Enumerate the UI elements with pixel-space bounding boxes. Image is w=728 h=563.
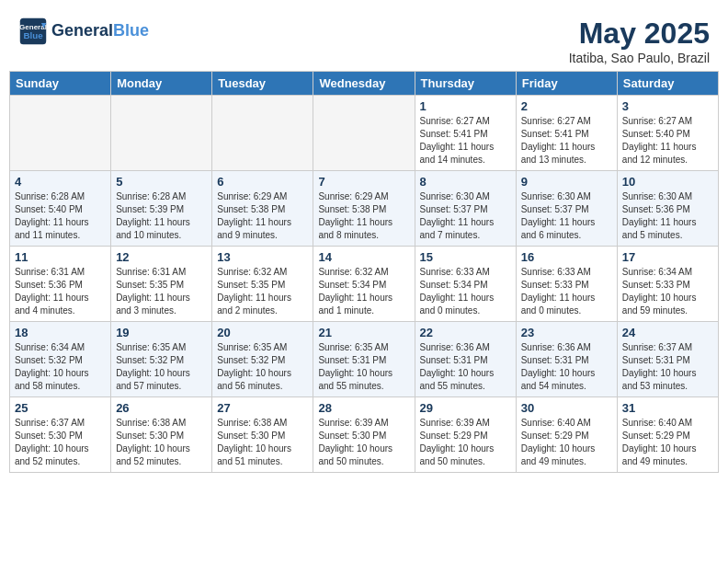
day-info: Sunrise: 6:28 AM Sunset: 5:40 PM Dayligh… (15, 190, 106, 242)
day-info: Sunrise: 6:37 AM Sunset: 5:30 PM Dayligh… (15, 417, 106, 468)
day-number: 18 (15, 326, 106, 339)
calendar-day-22: 22Sunrise: 6:36 AM Sunset: 5:31 PM Dayli… (415, 322, 516, 397)
day-info: Sunrise: 6:38 AM Sunset: 5:30 PM Dayligh… (116, 417, 207, 468)
calendar-day-20: 20Sunrise: 6:35 AM Sunset: 5:32 PM Dayli… (212, 322, 313, 397)
day-header-wednesday: Wednesday (313, 72, 415, 96)
day-number: 29 (420, 401, 511, 415)
day-header-monday: Monday (111, 72, 212, 96)
day-info: Sunrise: 6:31 AM Sunset: 5:36 PM Dayligh… (15, 266, 106, 317)
day-number: 23 (521, 326, 612, 339)
calendar-day-4: 4Sunrise: 6:28 AM Sunset: 5:40 PM Daylig… (10, 171, 111, 247)
day-info: Sunrise: 6:38 AM Sunset: 5:30 PM Dayligh… (217, 417, 308, 468)
empty-cell (10, 96, 111, 171)
day-info: Sunrise: 6:27 AM Sunset: 5:40 PM Dayligh… (622, 115, 713, 167)
day-header-saturday: Saturday (617, 72, 718, 96)
day-number: 24 (622, 326, 713, 339)
day-header-thursday: Thursday (415, 72, 516, 96)
calendar-day-7: 7Sunrise: 6:29 AM Sunset: 5:38 PM Daylig… (313, 171, 415, 247)
day-info: Sunrise: 6:31 AM Sunset: 5:35 PM Dayligh… (116, 266, 207, 317)
day-info: Sunrise: 6:27 AM Sunset: 5:41 PM Dayligh… (521, 115, 612, 167)
calendar-day-19: 19Sunrise: 6:35 AM Sunset: 5:32 PM Dayli… (111, 322, 212, 397)
day-number: 30 (521, 401, 612, 415)
logo-icon: General Blue (18, 17, 48, 46)
day-number: 13 (217, 250, 308, 264)
day-info: Sunrise: 6:35 AM Sunset: 5:31 PM Dayligh… (318, 341, 409, 393)
calendar-day-11: 11Sunrise: 6:31 AM Sunset: 5:36 PM Dayli… (10, 247, 111, 322)
svg-text:Blue: Blue (23, 30, 43, 40)
page-header: General Blue GeneralBlue May 2025 Itatib… (9, 9, 719, 71)
day-info: Sunrise: 6:37 AM Sunset: 5:31 PM Dayligh… (622, 341, 713, 393)
day-info: Sunrise: 6:35 AM Sunset: 5:32 PM Dayligh… (217, 341, 308, 393)
day-info: Sunrise: 6:29 AM Sunset: 5:38 PM Dayligh… (318, 190, 409, 242)
calendar-day-16: 16Sunrise: 6:33 AM Sunset: 5:33 PM Dayli… (516, 247, 617, 322)
day-info: Sunrise: 6:28 AM Sunset: 5:39 PM Dayligh… (116, 190, 207, 242)
empty-cell (212, 96, 313, 171)
calendar-day-12: 12Sunrise: 6:31 AM Sunset: 5:35 PM Dayli… (111, 247, 212, 322)
day-header-friday: Friday (516, 72, 617, 96)
day-number: 7 (318, 175, 409, 189)
day-number: 2 (521, 99, 612, 113)
day-number: 11 (15, 250, 106, 264)
day-number: 21 (318, 326, 409, 339)
logo: General Blue GeneralBlue (18, 17, 149, 46)
calendar-week-row: 11Sunrise: 6:31 AM Sunset: 5:36 PM Dayli… (10, 247, 719, 322)
day-number: 16 (521, 250, 612, 264)
day-number: 14 (318, 250, 409, 264)
day-info: Sunrise: 6:36 AM Sunset: 5:31 PM Dayligh… (420, 341, 511, 393)
calendar-day-31: 31Sunrise: 6:40 AM Sunset: 5:29 PM Dayli… (617, 397, 718, 473)
day-number: 6 (217, 175, 308, 189)
day-number: 8 (420, 175, 511, 189)
calendar-day-2: 2Sunrise: 6:27 AM Sunset: 5:41 PM Daylig… (516, 96, 617, 171)
calendar-day-29: 29Sunrise: 6:39 AM Sunset: 5:29 PM Dayli… (415, 397, 516, 473)
day-info: Sunrise: 6:32 AM Sunset: 5:34 PM Dayligh… (318, 266, 409, 317)
day-number: 31 (622, 401, 713, 415)
day-info: Sunrise: 6:32 AM Sunset: 5:35 PM Dayligh… (217, 266, 308, 317)
calendar-day-26: 26Sunrise: 6:38 AM Sunset: 5:30 PM Dayli… (111, 397, 212, 473)
day-number: 15 (420, 250, 511, 264)
calendar-day-1: 1Sunrise: 6:27 AM Sunset: 5:41 PM Daylig… (415, 96, 516, 171)
day-number: 4 (15, 175, 106, 189)
calendar-day-8: 8Sunrise: 6:30 AM Sunset: 5:37 PM Daylig… (415, 171, 516, 247)
calendar-day-3: 3Sunrise: 6:27 AM Sunset: 5:40 PM Daylig… (617, 96, 718, 171)
calendar-week-row: 25Sunrise: 6:37 AM Sunset: 5:30 PM Dayli… (10, 397, 719, 473)
day-number: 3 (622, 99, 713, 113)
calendar-day-13: 13Sunrise: 6:32 AM Sunset: 5:35 PM Dayli… (212, 247, 313, 322)
day-number: 17 (622, 250, 713, 264)
logo-text: GeneralBlue (51, 22, 149, 40)
calendar-header-row: SundayMondayTuesdayWednesdayThursdayFrid… (10, 72, 719, 96)
calendar-day-23: 23Sunrise: 6:36 AM Sunset: 5:31 PM Dayli… (516, 322, 617, 397)
calendar-day-27: 27Sunrise: 6:38 AM Sunset: 5:30 PM Dayli… (212, 397, 313, 473)
day-number: 22 (420, 326, 511, 339)
title-section: May 2025 Itatiba, Sao Paulo, Brazil (569, 17, 710, 65)
calendar-day-15: 15Sunrise: 6:33 AM Sunset: 5:34 PM Dayli… (415, 247, 516, 322)
day-info: Sunrise: 6:30 AM Sunset: 5:37 PM Dayligh… (420, 190, 511, 242)
day-info: Sunrise: 6:30 AM Sunset: 5:37 PM Dayligh… (521, 190, 612, 242)
day-number: 20 (217, 326, 308, 339)
day-info: Sunrise: 6:35 AM Sunset: 5:32 PM Dayligh… (116, 341, 207, 393)
day-info: Sunrise: 6:33 AM Sunset: 5:34 PM Dayligh… (420, 266, 511, 317)
calendar-week-row: 1Sunrise: 6:27 AM Sunset: 5:41 PM Daylig… (10, 96, 719, 171)
calendar-subtitle: Itatiba, Sao Paulo, Brazil (569, 51, 710, 65)
empty-cell (111, 96, 212, 171)
calendar-day-5: 5Sunrise: 6:28 AM Sunset: 5:39 PM Daylig… (111, 171, 212, 247)
day-info: Sunrise: 6:34 AM Sunset: 5:32 PM Dayligh… (15, 341, 106, 393)
day-info: Sunrise: 6:40 AM Sunset: 5:29 PM Dayligh… (622, 417, 713, 468)
calendar-day-25: 25Sunrise: 6:37 AM Sunset: 5:30 PM Dayli… (10, 397, 111, 473)
calendar-day-17: 17Sunrise: 6:34 AM Sunset: 5:33 PM Dayli… (617, 247, 718, 322)
day-info: Sunrise: 6:40 AM Sunset: 5:29 PM Dayligh… (521, 417, 612, 468)
day-info: Sunrise: 6:27 AM Sunset: 5:41 PM Dayligh… (420, 115, 511, 167)
calendar-week-row: 4Sunrise: 6:28 AM Sunset: 5:40 PM Daylig… (10, 171, 719, 247)
day-number: 27 (217, 401, 308, 415)
day-info: Sunrise: 6:36 AM Sunset: 5:31 PM Dayligh… (521, 341, 612, 393)
day-number: 9 (521, 175, 612, 189)
day-number: 28 (318, 401, 409, 415)
day-info: Sunrise: 6:39 AM Sunset: 5:30 PM Dayligh… (318, 417, 409, 468)
calendar-day-6: 6Sunrise: 6:29 AM Sunset: 5:38 PM Daylig… (212, 171, 313, 247)
day-info: Sunrise: 6:39 AM Sunset: 5:29 PM Dayligh… (420, 417, 511, 468)
calendar-day-21: 21Sunrise: 6:35 AM Sunset: 5:31 PM Dayli… (313, 322, 415, 397)
calendar-day-30: 30Sunrise: 6:40 AM Sunset: 5:29 PM Dayli… (516, 397, 617, 473)
day-header-tuesday: Tuesday (212, 72, 313, 96)
calendar-day-28: 28Sunrise: 6:39 AM Sunset: 5:30 PM Dayli… (313, 397, 415, 473)
calendar-day-14: 14Sunrise: 6:32 AM Sunset: 5:34 PM Dayli… (313, 247, 415, 322)
calendar-table: SundayMondayTuesdayWednesdayThursdayFrid… (9, 71, 719, 473)
